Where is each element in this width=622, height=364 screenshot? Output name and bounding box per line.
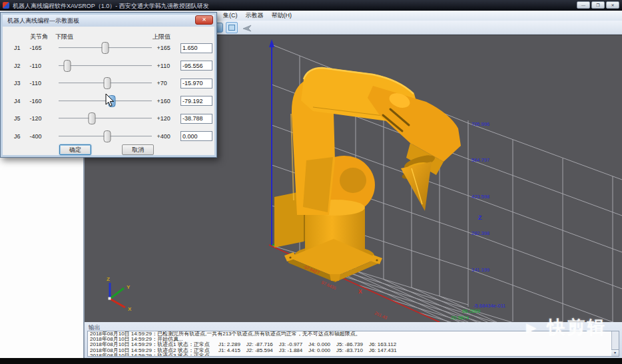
play-icon: ▶: [526, 319, 536, 335]
joint-value-input-j3[interactable]: [180, 79, 212, 89]
joint-label: J6: [14, 133, 30, 140]
svg-text:20.9874: 20.9874: [451, 315, 469, 321]
svg-text:X: X: [128, 306, 132, 312]
slider-handle[interactable]: [103, 130, 111, 142]
joint-row-j2: J2 -110 +110: [1, 57, 216, 75]
joint-row-j5: J5 -120 +120: [1, 110, 216, 128]
svg-text:705.996: 705.996: [471, 121, 489, 127]
lower-limit-label: -400: [30, 133, 53, 140]
log-line: 2018年08月10日 14:59:29：轨迹点3 状态：正常点: [88, 353, 619, 357]
menu-item-help[interactable]: 帮助(H): [268, 11, 296, 20]
svg-text:564.797: 564.797: [471, 157, 489, 163]
teach-panel-icon: [228, 25, 235, 31]
mouse-cursor: [105, 93, 115, 110]
lower-limit-label: -110: [30, 63, 53, 69]
ok-button[interactable]: 确定: [59, 144, 91, 155]
joint-row-j6: J6 -400 +400: [1, 128, 216, 146]
menu-item-teach-pendant[interactable]: 示教器: [242, 11, 268, 20]
watermark-text: 快剪辑: [547, 315, 607, 339]
restore-button[interactable]: ❐: [591, 1, 605, 9]
select-arrow-icon[interactable]: [242, 23, 253, 32]
orientation-triad: Z Y X: [107, 276, 132, 312]
svg-text:66.2689: 66.2689: [462, 308, 480, 314]
minimize-button[interactable]: —: [577, 1, 590, 9]
lower-limit-label: -120: [30, 115, 53, 122]
joint-label: J3: [14, 80, 30, 87]
x-axis-label: X: [358, 288, 362, 295]
joint-slider-j2[interactable]: [59, 60, 152, 72]
upper-limit-label: +120: [157, 115, 180, 122]
upper-limit-label: +160: [157, 98, 180, 104]
teach-panel-toggle-button[interactable]: [226, 22, 238, 33]
slider-handle[interactable]: [63, 60, 71, 72]
joint-slider-j1[interactable]: [59, 42, 152, 54]
menu-item-collect[interactable]: 集(C): [219, 11, 242, 20]
svg-text:Y: Y: [127, 284, 131, 290]
svg-text:Z: Z: [107, 276, 110, 282]
slider-handle[interactable]: [101, 42, 109, 54]
z-axis-label: Z: [478, 214, 482, 221]
lower-limit-label: -160: [30, 98, 53, 104]
joint-slider-j3[interactable]: [59, 77, 152, 89]
titlebar: 机器人离线编程软件XAVSROP（1.0）- 西安交通大学韩九强教授团队研发 —…: [0, 0, 622, 11]
joint-value-input-j6[interactable]: [180, 131, 212, 141]
application-window: 机器人离线编程软件XAVSROP（1.0）- 西安交通大学韩九强教授团队研发 —…: [0, 0, 622, 364]
joint-slider-j6[interactable]: [59, 130, 152, 142]
joint-value-input-j4[interactable]: [180, 96, 212, 106]
svg-text:282.398: 282.398: [471, 230, 489, 236]
svg-text:423.598: 423.598: [471, 194, 489, 200]
svg-text:141.199: 141.199: [471, 267, 489, 273]
upper-limit-label: +70: [157, 80, 180, 87]
svg-text:251.43: 251.43: [374, 311, 388, 321]
cancel-button[interactable]: 取消: [122, 144, 154, 155]
slider-handle[interactable]: [89, 112, 96, 124]
joint-value-input-j1[interactable]: [180, 43, 212, 53]
upper-limit-label: +400: [157, 133, 180, 140]
close-button[interactable]: ✕: [606, 1, 619, 9]
scroll-down-icon[interactable]: ▾: [611, 349, 619, 356]
joint-value-input-j5[interactable]: [180, 114, 212, 124]
log-scrollbar[interactable]: ▾: [611, 331, 619, 356]
dialog-title[interactable]: 机器人离线编程—示教面板: [3, 15, 214, 27]
robot-model: [274, 67, 461, 282]
joint-slider-j5[interactable]: [59, 112, 152, 124]
app-icon: [3, 2, 9, 9]
lower-limit-label: -165: [30, 45, 53, 51]
screen-edge: [0, 358, 622, 364]
joint-label: J1: [14, 45, 30, 51]
lower-limit-label: -110: [30, 80, 53, 87]
joint-label: J5: [14, 115, 30, 122]
teach-panel-dialog: 机器人离线编程—示教面板 ✕ 关节角 下限值 上限值 J1 -165 +165 …: [0, 12, 217, 158]
joint-label: J2: [14, 63, 30, 69]
window-title: 机器人离线编程软件XAVSROP（1.0）- 西安交通大学韩九强教授团队研发: [13, 2, 209, 11]
joint-value-input-j2[interactable]: [180, 61, 212, 71]
dialog-close-button[interactable]: ✕: [195, 15, 213, 25]
joint-label: J4: [14, 98, 30, 104]
upper-limit-label: +110: [157, 63, 180, 69]
recorder-watermark: ▶ 快剪辑: [526, 315, 607, 339]
slider-handle[interactable]: [103, 77, 111, 89]
joint-row-j3: J3 -110 +70: [1, 75, 216, 92]
upper-limit-label: +165: [157, 45, 180, 51]
joint-row-j1: J1 -165 +165: [1, 39, 216, 57]
